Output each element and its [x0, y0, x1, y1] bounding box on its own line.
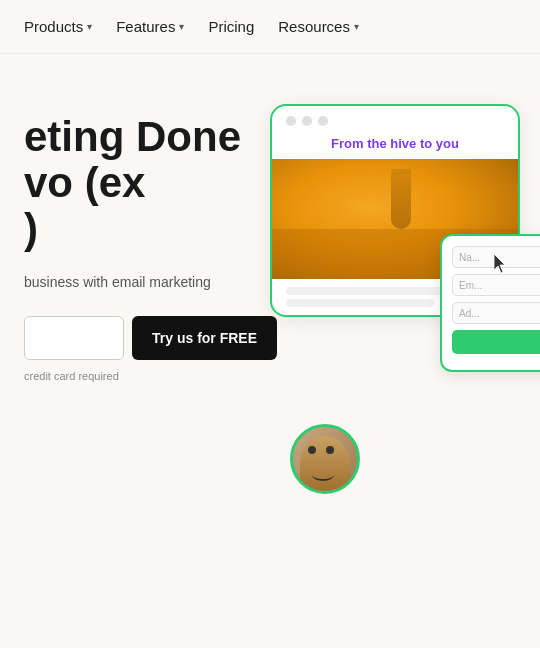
- disclaimer-text: credit card required: [24, 370, 277, 382]
- hero-title-line2: vo (ex: [24, 159, 145, 206]
- products-chevron-icon: ▾: [87, 21, 92, 32]
- name-placeholder: Na...: [459, 252, 480, 263]
- nav-resources-label: Resources: [278, 18, 350, 35]
- hero-form: Try us for FREE: [24, 316, 277, 360]
- nav-item-pricing[interactable]: Pricing: [208, 18, 254, 35]
- dot-1: [286, 116, 296, 126]
- disclaimer-label: credit card required: [24, 370, 119, 382]
- cursor-icon: [494, 254, 510, 274]
- nav-item-resources[interactable]: Resources ▾: [278, 18, 359, 35]
- form-field-address: Ad...: [452, 302, 540, 324]
- card-header-dots: [272, 106, 518, 132]
- avatar: [290, 424, 360, 494]
- honey-drip-visual: [391, 169, 411, 229]
- resources-chevron-icon: ▾: [354, 21, 359, 32]
- nav-products-label: Products: [24, 18, 83, 35]
- cta-button[interactable]: Try us for FREE: [132, 316, 277, 360]
- form-field-email: Em...: [452, 274, 540, 296]
- navbar: Products ▾ Features ▾ Pricing Resources …: [0, 0, 540, 54]
- hero-title: eting Done vo (ex ): [24, 114, 277, 253]
- address-placeholder: Ad...: [459, 308, 480, 319]
- hero-subtitle: business with email marketing: [24, 273, 277, 293]
- card-text-line-2: [286, 299, 434, 307]
- form-submit-button[interactable]: [452, 330, 540, 354]
- features-chevron-icon: ▾: [179, 21, 184, 32]
- email-placeholder: Em...: [459, 280, 482, 291]
- nav-features-label: Features: [116, 18, 175, 35]
- hero-left-content: eting Done vo (ex ) business with email …: [24, 94, 277, 642]
- dot-2: [302, 116, 312, 126]
- hero-title-line1: eting Done: [24, 113, 241, 160]
- hero-illustration: From the hive to you Na... Em... Ad...: [250, 74, 540, 594]
- email-input[interactable]: [24, 316, 124, 360]
- avatar-face: [300, 436, 350, 491]
- nav-pricing-label: Pricing: [208, 18, 254, 35]
- hero-section: eting Done vo (ex ) business with email …: [0, 54, 540, 642]
- cta-label: Try us for FREE: [152, 330, 257, 346]
- nav-item-products[interactable]: Products ▾: [24, 18, 92, 35]
- card-title: From the hive to you: [272, 132, 518, 159]
- hero-title-line3: ): [24, 205, 38, 252]
- signup-form-card: Na... Em... Ad...: [440, 234, 540, 372]
- nav-item-features[interactable]: Features ▾: [116, 18, 184, 35]
- dot-3: [318, 116, 328, 126]
